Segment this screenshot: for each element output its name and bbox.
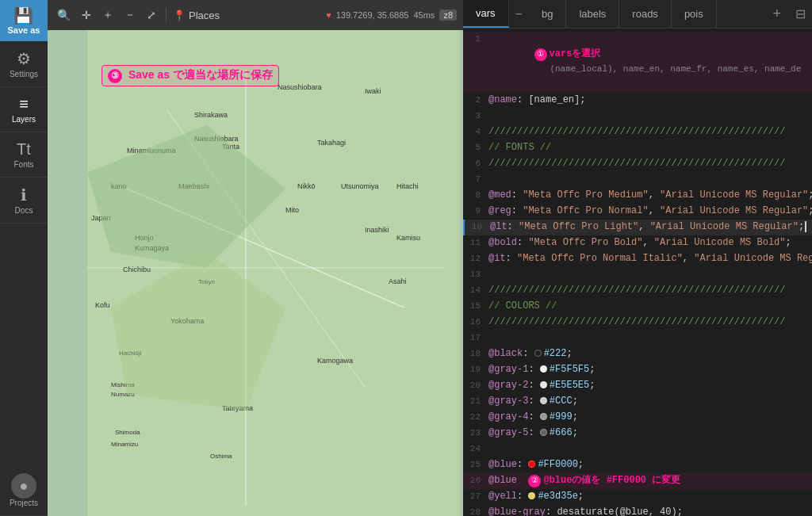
code-panel: vars − bg labels roads pois + ⊟ 1 ①varsを… <box>463 0 812 516</box>
tab-labels-label: labels <box>579 8 606 20</box>
line-content-19: @gray-1: #F5F5F5; <box>488 362 809 377</box>
line-content-9: @reg: "Meta Offc Pro Normal", "Arial Uni… <box>488 204 812 219</box>
line-num-2: 2 <box>466 93 488 108</box>
code-line-27: 27 @yell: #e3d35e; <box>463 489 812 505</box>
minus-icon[interactable]: － <box>121 5 139 25</box>
line-content-1: ①varsを選択 (name_local), name_en, name_fr,… <box>488 32 809 93</box>
line-num-8: 8 <box>466 188 488 203</box>
color-dot-gray5 <box>540 429 547 436</box>
tab-roads[interactable]: roads <box>619 0 672 28</box>
settings-icon: ⚙ <box>17 49 31 68</box>
line-content-5: // FONTS // <box>488 140 809 155</box>
svg-text:Hitachi: Hitachi <box>396 182 419 190</box>
line-num-18: 18 <box>466 346 488 361</box>
line-num-23: 23 <box>466 426 488 441</box>
code-line-21: 21 @gray-3: #CCC; <box>463 394 812 410</box>
line-num-17: 17 <box>466 331 488 346</box>
add-tab-button[interactable]: + <box>764 0 789 28</box>
tab-bg[interactable]: bg <box>529 0 566 28</box>
tab-minus-button[interactable]: − <box>509 0 529 28</box>
tab-pois-label: pois <box>684 8 703 20</box>
line-num-12: 12 <box>466 251 488 266</box>
code-line-5: 5 // FONTS // <box>463 140 812 156</box>
line-num-21: 21 <box>466 394 488 409</box>
crosshair-icon[interactable]: ✛ <box>79 6 94 25</box>
line-content-15: // COLORS // <box>488 299 809 314</box>
map-toolbar: 🔍 ✛ ＋ － ⤢ 📍 Places ♥ 139.7269, 35.6885 4… <box>48 0 463 30</box>
code-line-2: 2 @name: [name_en]; <box>463 93 812 109</box>
line-num-16: 16 <box>466 315 488 330</box>
line-num-25: 25 <box>466 457 488 472</box>
svg-text:Nikkō: Nikkō <box>297 182 316 190</box>
annotation-3-text: Save as で適当な場所に保存 <box>128 68 273 81</box>
svg-text:Mito: Mito <box>285 206 299 214</box>
color-dot-blue <box>528 461 535 468</box>
line-content-16: ////////////////////////////////////////… <box>488 315 809 330</box>
svg-text:Minamizu: Minamizu <box>111 441 138 448</box>
location-pin-icon: 📍 <box>173 10 186 21</box>
map-background[interactable]: Shirakawa Nasushiobara Iwaki Nasushiobar… <box>48 30 463 516</box>
map-container[interactable]: 🔍 ✛ ＋ － ⤢ 📍 Places ♥ 139.7269, 35.6885 4… <box>48 0 463 516</box>
line-content-20: @gray-2: #E5E5E5; <box>488 378 809 393</box>
svg-text:Iwaki: Iwaki <box>365 87 381 95</box>
add-icon[interactable]: ＋ <box>99 5 117 25</box>
toolbar-divider <box>166 8 167 22</box>
code-line-13: 13 <box>463 267 812 283</box>
code-line-10: 10 @lt: "Meta Offc Pro Light", "Arial Un… <box>463 220 812 235</box>
places-dropdown[interactable]: 📍 Places <box>173 10 220 21</box>
save-as-label: Save as <box>8 25 40 35</box>
tab-pois[interactable]: pois <box>672 0 717 28</box>
color-dot-yell <box>528 492 535 499</box>
panel-settings-icon[interactable]: ⊟ <box>789 0 812 28</box>
sidebar-item-settings[interactable]: ⚙ Settings <box>0 41 48 87</box>
svg-text:Chichibu: Chichibu <box>123 266 151 273</box>
code-line-25: 25 @blue: #FF0000; <box>463 457 812 473</box>
line-content-12: @it: "Meta Offc Pro Normal Italic", "Ari… <box>488 251 812 266</box>
tab-labels[interactable]: labels <box>566 0 619 28</box>
color-dot-gray1 <box>540 365 547 373</box>
line-content-26: @blue ②@blueの値を #FF0000 に変更 <box>488 473 809 488</box>
code-line-26: 26 @blue ②@blueの値を #FF0000 に変更 <box>463 473 812 489</box>
code-line-7: 7 <box>463 172 812 188</box>
zoom-badge: z8 <box>439 10 457 21</box>
code-line-1: 1 ①varsを選択 (name_local), name_en, name_f… <box>463 32 812 93</box>
places-label: Places <box>189 10 220 21</box>
sidebar: 💾 Save as ⚙ Settings ≡ Layers Tt Fonts ℹ… <box>0 0 48 516</box>
projects-icon: ● <box>11 473 36 499</box>
color-dot-black <box>534 350 542 357</box>
line-num-28: 28 <box>466 505 488 516</box>
line-content-28: @blue-gray: desaturate(@blue, 40); <box>488 505 809 516</box>
fonts-label: Fonts <box>13 160 33 169</box>
line-content-2: @name: [name_en]; <box>488 93 809 108</box>
settings-label: Settings <box>10 70 38 78</box>
line-num-20: 20 <box>466 378 488 393</box>
sidebar-item-projects[interactable]: ● Projects <box>0 465 48 516</box>
code-editor[interactable]: 1 ①varsを選択 (name_local), name_en, name_f… <box>463 29 812 516</box>
route-icon[interactable]: ⤢ <box>144 6 159 25</box>
tab-vars[interactable]: vars <box>463 0 509 28</box>
heart-icon: ♥ <box>326 10 331 20</box>
line-content-14: ////////////////////////////////////////… <box>488 283 809 298</box>
line-content-27: @yell: #e3d35e; <box>488 489 809 504</box>
svg-text:Takahagi: Takahagi <box>317 139 346 147</box>
code-line-16: 16 /////////////////////////////////////… <box>463 315 812 331</box>
tab-vars-label: vars <box>476 7 496 19</box>
sidebar-item-docs[interactable]: ℹ Docs <box>0 178 48 224</box>
save-as-button[interactable]: 💾 Save as <box>0 0 48 41</box>
line-num-9: 9 <box>466 204 488 219</box>
line-content-8: @med: "Meta Offc Pro Medium", "Arial Uni… <box>488 188 812 203</box>
line-num-13: 13 <box>466 267 488 282</box>
code-line-8: 8 @med: "Meta Offc Pro Medium", "Arial U… <box>463 188 812 204</box>
sidebar-item-fonts[interactable]: Tt Fonts <box>0 132 48 178</box>
tab-bar: vars − bg labels roads pois + ⊟ <box>463 0 812 29</box>
code-line-14: 14 /////////////////////////////////////… <box>463 283 812 299</box>
search-icon[interactable]: 🔍 <box>54 6 74 25</box>
line-num-11: 11 <box>466 235 488 250</box>
line-content-10: @lt: "Meta Offc Pro Light", "Arial Unico… <box>490 220 812 235</box>
code-line-24: 24 <box>463 441 812 457</box>
code-line-6: 6 //////////////////////////////////////… <box>463 156 812 172</box>
svg-text:Kamisu: Kamisu <box>396 234 420 242</box>
line-content-6: ////////////////////////////////////////… <box>488 156 809 171</box>
sidebar-item-layers[interactable]: ≡ Layers <box>0 87 48 132</box>
code-line-9: 9 @reg: "Meta Offc Pro Normal", "Arial U… <box>463 204 812 220</box>
